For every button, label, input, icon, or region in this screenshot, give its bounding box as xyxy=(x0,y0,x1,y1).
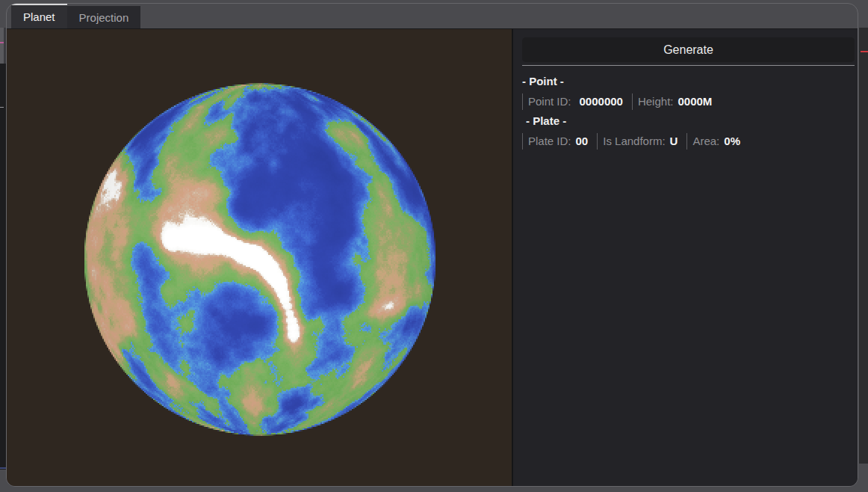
height-field: Height: 0000M xyxy=(632,93,721,110)
is-landform-field: Is Landform: U xyxy=(597,133,686,150)
point-id-label: Point ID: xyxy=(528,95,571,108)
point-info-row: Point ID: 0000000 Height: 0000M xyxy=(522,91,855,111)
plate-info-row: Plate ID: 00 Is Landform: U Area: 0% xyxy=(522,131,855,151)
plate-id-label: Plate ID: xyxy=(528,135,571,147)
is-landform-label: Is Landform: xyxy=(603,135,665,147)
window-content: Generate - Point - Point ID: 0000000 Hei… xyxy=(7,28,858,486)
point-id-value: 0000000 xyxy=(580,95,623,108)
area-label: Area: xyxy=(692,135,719,147)
is-landform-value: U xyxy=(670,135,678,147)
side-panel: Generate - Point - Point ID: 0000000 Hei… xyxy=(513,29,858,486)
plate-id-value: 00 xyxy=(576,135,589,147)
left-sliver-dark xyxy=(0,64,6,470)
tab-bar: Planet Projection xyxy=(7,4,858,28)
left-gray-tick xyxy=(0,107,4,108)
left-accent-pink-line xyxy=(0,42,4,43)
planet-viewport[interactable] xyxy=(7,29,512,487)
area-value: 0% xyxy=(724,135,740,147)
right-accent-red-line xyxy=(861,51,868,52)
planet-globe[interactable] xyxy=(7,29,512,487)
height-value: 0000M xyxy=(678,95,712,108)
plate-section-title: - Plate - xyxy=(522,111,855,131)
screen: Planet Projection Generate - Point - Poi… xyxy=(0,0,868,492)
app-window: Planet Projection Generate - Point - Poi… xyxy=(6,3,858,487)
area-field: Area: 0% xyxy=(686,133,749,150)
point-section-title: - Point - xyxy=(522,72,855,91)
tab-projection[interactable]: Projection xyxy=(67,6,141,28)
height-label: Height: xyxy=(638,95,674,108)
separator-line xyxy=(522,65,855,66)
point-id-field: Point ID: 0000000 xyxy=(522,93,632,110)
left-accent-blue-line xyxy=(0,467,6,469)
generate-button[interactable]: Generate xyxy=(522,37,855,62)
right-sliver-dark xyxy=(859,28,868,464)
plate-id-field: Plate ID: 00 xyxy=(522,133,597,150)
tab-planet[interactable]: Planet xyxy=(11,4,67,28)
